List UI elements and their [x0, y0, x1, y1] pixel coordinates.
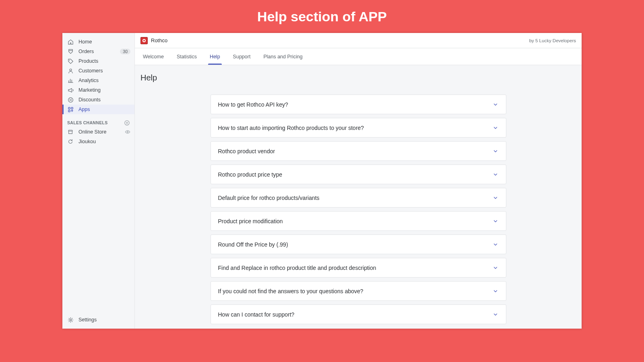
- main-area: Rothco by 5 Lucky Developers WelcomeStat…: [135, 33, 582, 329]
- sales-channels-label: SALES CHANNELS: [67, 120, 107, 125]
- tab-label: Welcome: [143, 54, 164, 60]
- sidebar-item-label: Home: [78, 39, 92, 45]
- sidebar-badge-orders: 30: [120, 49, 130, 54]
- percent-icon: [67, 97, 74, 103]
- chevron-down-icon: [492, 218, 499, 224]
- faq-question: If you could not find the answers to you…: [218, 288, 492, 294]
- app-topbar: Rothco by 5 Lucky Developers: [135, 33, 582, 48]
- faq-question: Find and Replace in rothco product title…: [218, 265, 492, 271]
- faq-question: Rothco product vendor: [218, 148, 492, 154]
- sidebar-item-apps[interactable]: Apps: [62, 105, 134, 114]
- channel-item-online-store[interactable]: Online Store: [62, 127, 134, 137]
- faq-question: How can I contact for support?: [218, 311, 492, 318]
- chevron-down-icon: [492, 101, 499, 108]
- svg-point-3: [69, 99, 70, 99]
- sidebar: HomeOrders30ProductsCustomersAnalyticsMa…: [62, 33, 135, 329]
- chevron-down-icon: [492, 241, 499, 248]
- tag-icon: [67, 58, 74, 64]
- store-icon: [67, 129, 74, 135]
- channel-list: Online StoreJioukou: [62, 127, 134, 146]
- channel-item-label: Online Store: [78, 129, 106, 135]
- chevron-down-icon: [492, 311, 499, 318]
- home-icon: [67, 39, 74, 45]
- settings-label: Settings: [78, 317, 97, 323]
- page-title: Help: [140, 73, 576, 82]
- nav-list: HomeOrders30ProductsCustomersAnalyticsMa…: [62, 33, 134, 114]
- app-name: Rothco: [151, 37, 167, 43]
- faq-item[interactable]: Rothco product price type: [211, 165, 506, 184]
- sidebar-item-label: Discounts: [78, 97, 101, 103]
- faq-item[interactable]: How to start auto importing Rothco produ…: [211, 118, 506, 138]
- channel-item-label: Jioukou: [78, 139, 96, 144]
- svg-point-0: [69, 60, 70, 60]
- tab-label: Statistics: [177, 54, 197, 60]
- svg-rect-5: [68, 107, 70, 109]
- apps-icon: [67, 106, 74, 113]
- tab-support[interactable]: Support: [231, 48, 253, 65]
- svg-point-9: [127, 131, 128, 132]
- sidebar-item-settings[interactable]: Settings: [62, 314, 134, 325]
- sidebar-item-label: Customers: [78, 68, 103, 74]
- faq-question: Default price for rothco products/varian…: [218, 195, 492, 201]
- channel-item-jioukou[interactable]: Jioukou: [62, 137, 134, 146]
- sidebar-item-label: Analytics: [78, 78, 99, 83]
- tab-label: Help: [210, 54, 220, 60]
- sales-channels-header: SALES CHANNELS: [62, 114, 134, 127]
- tab-help[interactable]: Help: [207, 48, 223, 65]
- svg-rect-6: [71, 107, 72, 109]
- app-logo: [140, 37, 148, 44]
- faq-question: Product price modification: [218, 218, 492, 224]
- faq-item[interactable]: Round Off the Price by (.99): [211, 234, 506, 254]
- faq-item[interactable]: If you could not find the answers to you…: [211, 281, 506, 301]
- sidebar-item-home[interactable]: Home: [62, 37, 134, 47]
- faq-question: How to start auto importing Rothco produ…: [218, 125, 492, 131]
- promo-banner: Help section of APP: [0, 0, 644, 33]
- sidebar-item-label: Marketing: [78, 87, 101, 93]
- megaphone-icon: [67, 87, 74, 93]
- faq-item[interactable]: How can I contact for support?: [211, 304, 506, 324]
- faq-item[interactable]: Default price for rothco products/varian…: [211, 188, 506, 208]
- chevron-down-icon: [492, 171, 499, 178]
- tab-welcome[interactable]: Welcome: [140, 48, 166, 65]
- content-area: Help How to get Rothco API key?How to st…: [135, 65, 582, 329]
- tab-label: Plans and Pricing: [263, 54, 302, 60]
- chevron-down-icon: [492, 148, 499, 154]
- faq-list: How to get Rothco API key?How to start a…: [211, 95, 506, 324]
- sidebar-item-products[interactable]: Products: [62, 56, 134, 66]
- tab-statistics[interactable]: Statistics: [174, 48, 199, 65]
- svg-point-10: [70, 319, 71, 321]
- chevron-down-icon: [492, 125, 499, 131]
- gear-icon: [67, 317, 74, 323]
- app-window: HomeOrders30ProductsCustomersAnalyticsMa…: [62, 33, 582, 329]
- svg-rect-7: [68, 110, 70, 111]
- chevron-down-icon: [492, 288, 499, 294]
- sidebar-item-marketing[interactable]: Marketing: [62, 85, 134, 95]
- faq-item[interactable]: How to get Rothco API key?: [211, 95, 506, 114]
- svg-point-4: [71, 100, 72, 101]
- faq-question: How to get Rothco API key?: [218, 101, 492, 108]
- refresh-icon: [67, 138, 74, 145]
- tab-label: Support: [233, 54, 251, 60]
- chevron-down-icon: [492, 195, 499, 201]
- faq-item[interactable]: Product price modification: [211, 211, 506, 231]
- sidebar-item-customers[interactable]: Customers: [62, 66, 134, 76]
- tab-bar: WelcomeStatisticsHelpSupportPlans and Pr…: [135, 48, 582, 65]
- faq-item[interactable]: Find and Replace in rothco product title…: [211, 258, 506, 278]
- user-icon: [67, 68, 74, 74]
- app-byline: by 5 Lucky Developers: [529, 38, 576, 43]
- banner-title: Help section of APP: [257, 9, 387, 25]
- eye-icon[interactable]: [125, 129, 130, 135]
- sidebar-item-orders[interactable]: Orders30: [62, 47, 134, 56]
- sidebar-item-label: Products: [78, 58, 98, 64]
- faq-item[interactable]: Rothco product vendor: [211, 141, 506, 161]
- svg-point-1: [70, 69, 72, 71]
- sidebar-item-label: Orders: [78, 49, 94, 54]
- faq-question: Round Off the Price by (.99): [218, 241, 492, 248]
- tab-plans[interactable]: Plans and Pricing: [261, 48, 305, 65]
- add-channel-icon[interactable]: [124, 120, 130, 125]
- sidebar-item-analytics[interactable]: Analytics: [62, 76, 134, 85]
- bars-icon: [67, 77, 74, 84]
- faq-question: Rothco product price type: [218, 171, 492, 178]
- sidebar-item-discounts[interactable]: Discounts: [62, 95, 134, 105]
- chevron-down-icon: [492, 265, 499, 271]
